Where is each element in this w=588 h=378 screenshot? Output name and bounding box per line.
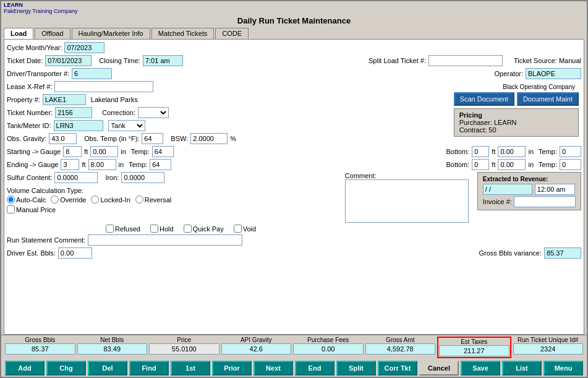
bsw-input[interactable] [190, 133, 228, 144]
next-button[interactable]: Next [254, 361, 293, 376]
purchase-fees-col: Purchase Fees [293, 337, 364, 354]
refused-checkbox[interactable]: Refused [106, 225, 140, 233]
bottom-in1-input[interactable] [498, 146, 526, 157]
in-label1: in [121, 148, 126, 155]
tank-meter-label: Tank/Meter ID: [7, 122, 51, 129]
bottom-temp1-input[interactable] [560, 146, 581, 157]
purchase-fees-label: Purchase Fees [307, 337, 349, 343]
tab-load[interactable]: Load [4, 28, 33, 39]
sulfur-input[interactable] [54, 172, 98, 183]
cycle-label: Cycle Month/Year: [7, 44, 62, 51]
property-label: Property #: [7, 96, 40, 103]
tab-hauling[interactable]: Hauling/Marketer Info [72, 28, 150, 39]
tank-meter-input[interactable] [54, 120, 103, 131]
first-button[interactable]: 1st [171, 361, 210, 376]
property-input[interactable] [43, 94, 86, 105]
ending-ft-input[interactable] [61, 159, 79, 170]
tab-code[interactable]: CODE [215, 28, 249, 39]
run-ticket-id-value[interactable] [513, 343, 584, 354]
price-label: Price [177, 337, 191, 343]
find-button[interactable]: Find [129, 361, 169, 376]
radio-auto-calc[interactable]: Auto-Calc [7, 195, 46, 204]
scan-doc-button[interactable]: Scan Document [454, 92, 514, 106]
tank-type-select[interactable]: Tank [108, 120, 145, 131]
gross-bbls-label: Gross Bbls [25, 337, 55, 343]
gross-amt-value[interactable] [365, 343, 436, 354]
api-gravity-col: API Gravity [221, 337, 292, 354]
tab-offload[interactable]: Offload [35, 28, 70, 39]
save-button[interactable]: Save [461, 361, 500, 376]
purchaser-label: Purchaser: LEARN [459, 119, 573, 126]
net-bbls-col: Net Bbls [77, 337, 148, 354]
end-button[interactable]: End [295, 361, 334, 376]
operator-label: Operator: [495, 70, 523, 77]
price-value[interactable] [149, 343, 219, 354]
ending-gauge-label: Ending -> Gauge [7, 161, 58, 168]
ticket-number-input[interactable] [55, 107, 92, 118]
add-button[interactable]: Add [5, 361, 45, 376]
iron-input[interactable] [121, 172, 164, 183]
manual-price-checkbox[interactable]: Manual Price [7, 205, 56, 213]
bottom-ft2-input[interactable] [472, 159, 489, 170]
run-stmt-input[interactable] [88, 234, 242, 246]
bottom-label2: Bottom: [446, 161, 469, 168]
purchase-fees-value[interactable] [293, 343, 364, 354]
ticket-date-input[interactable] [45, 55, 92, 66]
totals-bar: Gross Bbls Net Bbls Price API Gravity Pu… [1, 335, 587, 359]
radio-reversal[interactable]: Reversal [135, 195, 171, 204]
chg-button[interactable]: Chg [46, 361, 86, 376]
gross-bbls-value[interactable] [5, 343, 75, 354]
doc-maint-button[interactable]: Document Maint [517, 92, 579, 106]
void-checkbox[interactable]: Void [234, 225, 256, 233]
lease-xref-input[interactable] [54, 81, 153, 92]
learn-label: LEARN [4, 2, 23, 8]
est-taxes-value[interactable] [439, 345, 509, 356]
del-button[interactable]: Del [88, 361, 127, 376]
est-taxes-label: Est Taxes [461, 338, 487, 345]
driver-est-input[interactable] [58, 247, 92, 259]
price-col: Price [149, 337, 219, 354]
bottom-temp2-input[interactable] [560, 159, 581, 170]
api-gravity-value[interactable] [221, 343, 292, 354]
operator-input[interactable] [526, 68, 581, 79]
net-bbls-value[interactable] [77, 343, 148, 354]
closing-time-input[interactable] [143, 55, 183, 66]
api-gravity-label: API Gravity [241, 337, 272, 343]
operator-company: Black Operating Company [503, 84, 575, 90]
hold-checkbox[interactable]: Hold [150, 225, 174, 233]
starting-in-input[interactable] [90, 146, 118, 157]
obs-gravity-label: Obs. Gravity: [7, 135, 46, 142]
ft-label1: ft [84, 148, 88, 155]
cycle-input[interactable] [64, 42, 104, 53]
run-ticket-id-col: Run Ticket Unique Id# [513, 337, 584, 354]
correction-select[interactable] [138, 107, 169, 118]
obs-gravity-input[interactable] [49, 133, 77, 144]
radio-locked[interactable]: Locked-In [91, 195, 130, 204]
extracted-time-input[interactable] [535, 184, 575, 195]
list-button[interactable]: List [502, 361, 542, 376]
bottom-in2-input[interactable] [498, 159, 526, 170]
gross-variance-input[interactable] [544, 247, 581, 259]
split-load-input[interactable] [428, 55, 503, 66]
quick-pay-checkbox[interactable]: Quick Pay [184, 225, 224, 233]
extracted-date-input[interactable] [483, 184, 532, 195]
ending-in-input[interactable] [88, 159, 116, 170]
split-button[interactable]: Split [336, 361, 376, 376]
starting-temp-input[interactable] [152, 146, 174, 157]
prior-button[interactable]: Prior [212, 361, 252, 376]
corr-tkt-button[interactable]: Corr Tkt [378, 361, 417, 376]
radio-override[interactable]: Override [51, 195, 86, 204]
bottom-ft1-input[interactable] [472, 146, 489, 157]
bsw-pct: % [230, 135, 236, 142]
main-window: LEARN PakEnergy Training Company Daily R… [0, 0, 588, 378]
obs-temp-input[interactable] [142, 133, 163, 144]
invoice-input[interactable] [514, 196, 576, 207]
cancel-button[interactable]: Cancel [419, 361, 459, 376]
vol-calc-label: Volume Calculation Type: [7, 187, 83, 194]
comment-textarea[interactable] [345, 179, 469, 223]
driver-input[interactable] [72, 68, 112, 79]
ending-temp-input[interactable] [150, 159, 171, 170]
menu-button[interactable]: Menu [543, 361, 583, 376]
tab-matched-tickets[interactable]: Matched Tickets [151, 28, 214, 39]
starting-ft-input[interactable] [63, 146, 82, 157]
